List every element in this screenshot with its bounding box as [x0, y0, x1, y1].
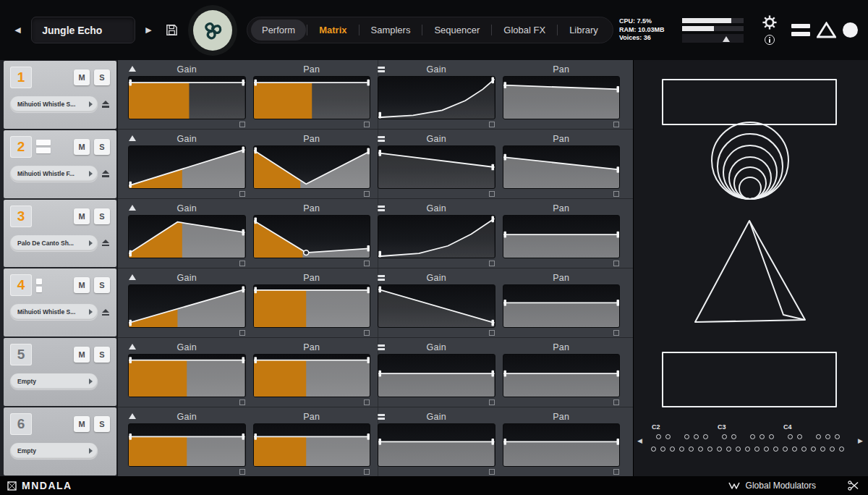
note-dot[interactable]	[651, 447, 656, 452]
sample-name-pill[interactable]: Mihuioti Whistle F...	[10, 166, 98, 182]
note-dot[interactable]	[684, 434, 689, 439]
note-dot[interactable]	[731, 434, 736, 439]
expand-icon[interactable]	[364, 191, 370, 197]
envelope-editor[interactable]	[128, 145, 246, 189]
expand-icon[interactable]	[613, 191, 619, 197]
expand-icon[interactable]	[489, 399, 495, 405]
expand-icon[interactable]	[239, 330, 245, 336]
note-dot[interactable]	[797, 434, 802, 439]
mute-button[interactable]: M	[74, 347, 90, 363]
eject-icon[interactable]	[101, 309, 110, 316]
expand-icon[interactable]	[489, 191, 495, 197]
expand-icon[interactable]	[364, 261, 370, 266]
envelope-editor[interactable]	[503, 76, 621, 119]
note-dot[interactable]	[698, 447, 703, 452]
note-dot[interactable]	[825, 434, 830, 439]
note-dot[interactable]	[750, 434, 755, 439]
expand-icon[interactable]	[613, 330, 619, 336]
envelope-editor[interactable]	[253, 76, 371, 119]
note-dot[interactable]	[773, 447, 778, 452]
expand-icon[interactable]	[239, 122, 245, 127]
solo-button[interactable]: S	[94, 208, 110, 224]
envelope-editor[interactable]	[503, 423, 621, 467]
expand-icon[interactable]	[239, 191, 245, 197]
envelope-editor[interactable]	[253, 354, 371, 397]
preset-prev-button[interactable]: ◀	[10, 17, 25, 43]
tab-samplers[interactable]: Samplers	[360, 20, 422, 41]
envelope-editor[interactable]	[503, 215, 621, 258]
note-dot[interactable]	[792, 447, 797, 452]
eject-icon[interactable]	[101, 170, 110, 177]
expand-icon[interactable]	[489, 261, 495, 266]
preset-next-button[interactable]: ▶	[141, 17, 156, 43]
expand-icon[interactable]	[489, 330, 495, 336]
expand-icon[interactable]	[613, 399, 619, 405]
envelope-editor[interactable]	[128, 423, 246, 467]
envelope-editor[interactable]	[378, 215, 495, 258]
info-icon[interactable]	[765, 35, 775, 45]
note-dot[interactable]	[670, 447, 675, 452]
solo-button[interactable]: S	[94, 277, 110, 293]
sample-name-pill[interactable]: Palo De Canto Sh...	[10, 235, 98, 251]
envelope-editor[interactable]	[128, 354, 246, 397]
envelope-editor[interactable]	[253, 284, 371, 328]
preset-selector[interactable]: Jungle Echo	[31, 17, 135, 43]
note-dot[interactable]	[769, 434, 774, 439]
note-dot[interactable]	[689, 447, 694, 452]
sample-name-pill[interactable]: Mihuioti Whistle S...	[10, 304, 98, 320]
expand-icon[interactable]	[613, 469, 619, 475]
expand-icon[interactable]	[239, 469, 245, 475]
note-dot[interactable]	[760, 434, 765, 439]
envelope-editor[interactable]	[378, 423, 495, 467]
note-dot[interactable]	[656, 434, 661, 439]
expand-icon[interactable]	[239, 261, 245, 266]
note-dot[interactable]	[835, 434, 840, 439]
scissors-icon[interactable]	[848, 481, 859, 494]
note-dot[interactable]	[839, 447, 844, 452]
tab-sequencer[interactable]: Sequencer	[423, 20, 490, 41]
note-scroll-right[interactable]: ▶	[858, 437, 863, 444]
expand-icon[interactable]	[613, 122, 619, 127]
global-modulators-button[interactable]: Global Modulators	[728, 481, 816, 491]
mute-button[interactable]: M	[74, 208, 90, 224]
note-dot[interactable]	[703, 434, 708, 439]
tab-perform[interactable]: Perform	[251, 20, 306, 41]
mute-button[interactable]: M	[74, 69, 90, 85]
solo-button[interactable]: S	[94, 69, 110, 85]
note-dot[interactable]	[788, 434, 793, 439]
sample-name-pill[interactable]: Mihuioti Whistle S...	[10, 96, 98, 112]
envelope-editor[interactable]	[503, 354, 621, 397]
envelope-editor[interactable]	[128, 215, 246, 258]
envelope-editor[interactable]	[378, 284, 495, 328]
envelope-editor[interactable]	[253, 145, 371, 189]
note-dot[interactable]	[811, 447, 816, 452]
eject-icon[interactable]	[101, 101, 110, 108]
expand-icon[interactable]	[364, 122, 370, 127]
note-dot[interactable]	[830, 447, 835, 452]
envelope-editor[interactable]	[253, 215, 371, 258]
mute-button[interactable]: M	[74, 277, 90, 293]
note-dot[interactable]	[745, 447, 750, 452]
volume-slider[interactable]	[682, 34, 744, 43]
envelope-editor[interactable]	[503, 145, 621, 189]
save-button[interactable]	[165, 23, 179, 37]
envelope-editor[interactable]	[253, 423, 371, 467]
expand-icon[interactable]	[613, 261, 619, 266]
expand-icon[interactable]	[364, 330, 370, 336]
note-scroll-left[interactable]: ◀	[637, 437, 642, 444]
note-dot[interactable]	[717, 447, 722, 452]
note-dot[interactable]	[707, 447, 712, 452]
note-dot[interactable]	[820, 447, 825, 452]
note-dot[interactable]	[722, 434, 727, 439]
solo-button[interactable]: S	[94, 139, 110, 155]
solo-button[interactable]: S	[94, 347, 110, 363]
solo-button[interactable]: S	[94, 416, 110, 432]
note-dot[interactable]	[736, 447, 741, 452]
note-dot[interactable]	[660, 447, 665, 452]
envelope-editor[interactable]	[128, 284, 246, 328]
note-dot[interactable]	[764, 447, 769, 452]
tab-library[interactable]: Library	[558, 20, 609, 41]
envelope-editor[interactable]	[128, 76, 246, 119]
sample-name-pill[interactable]: Empty	[10, 443, 98, 459]
envelope-editor[interactable]	[378, 145, 495, 189]
